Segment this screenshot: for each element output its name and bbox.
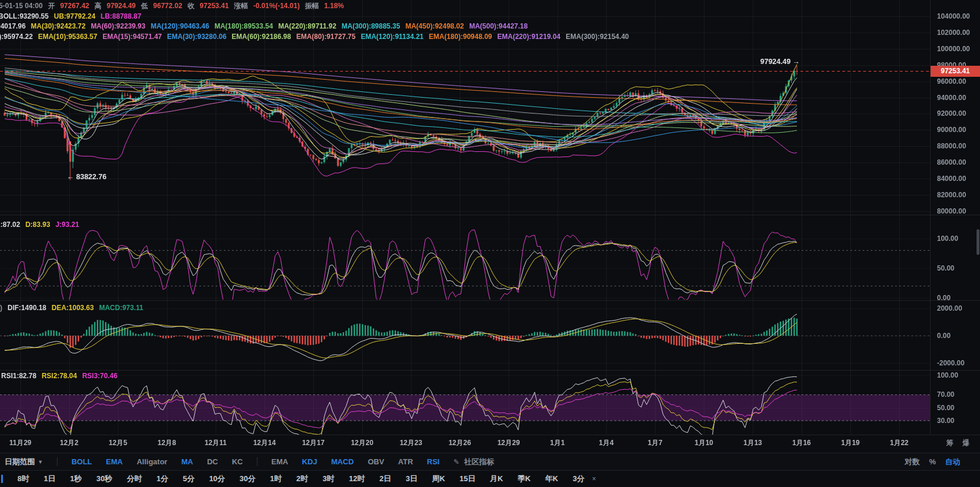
scale-对数[interactable]: 对数 — [904, 457, 920, 467]
macd-row-segment: MACD:973.11 — [99, 304, 143, 312]
timeframe-季K[interactable]: 季K — [517, 474, 530, 484]
ohlc-row-segment: 1.18% — [324, 2, 344, 10]
indicator-ema[interactable]: EMA — [271, 457, 288, 466]
timeframe-5分[interactable]: 5分 — [183, 474, 194, 484]
indicator-dc[interactable]: DC — [207, 457, 218, 466]
date-tick: 12月29 — [498, 438, 520, 448]
ma-row-segment: MA(300):89885.35 — [342, 22, 400, 31]
indicator-obv[interactable]: OBV — [368, 457, 384, 466]
timeframe-1分[interactable]: 1分 — [156, 474, 168, 484]
indicator-ma[interactable]: MA — [181, 457, 193, 466]
scrollbar-thumb[interactable] — [977, 229, 979, 255]
timeframe-3日[interactable]: 3日 — [406, 474, 417, 484]
ma-row-segment: MA(180):89533.54 — [214, 22, 273, 31]
timeframe-custom[interactable]: 3分 — [573, 474, 584, 484]
ema-row: EMA(5):95974.22EMA(10):95363.57EMA(15):9… — [3, 33, 629, 41]
scale-%[interactable]: % — [929, 457, 936, 466]
ohlc-row-segment: 2025-01-15 04:00 — [0, 2, 42, 10]
ohlc-row-segment: 收 — [188, 2, 195, 10]
ohlc-row-segment: 96772.02 — [153, 2, 183, 10]
scale-自动[interactable]: 自动 — [945, 457, 960, 467]
kdj-row-segment: J:93.21 — [55, 221, 79, 229]
timeframe-8时[interactable]: 8时 — [17, 474, 29, 484]
date-tick: 11月29 — [9, 438, 31, 448]
timeframe-分时[interactable]: 分时 — [127, 474, 142, 484]
timeframe-周K[interactable]: 周K — [432, 474, 445, 484]
indicator-boll[interactable]: BOLL — [71, 457, 92, 466]
macd-tick: 0.00 — [937, 332, 950, 340]
ohlc-row-segment: -0.01%(-14.01) — [253, 2, 300, 10]
community-indicators-button[interactable]: 社区指标 — [464, 457, 494, 467]
ohlc-row-segment: 97253.41 — [200, 2, 229, 10]
kdj-tick: 0.00 — [937, 294, 950, 302]
timeframe-30秒[interactable]: 30秒 — [96, 474, 112, 484]
date-tick: 12月2 — [60, 438, 78, 448]
timeframe-2时[interactable]: 2时 — [296, 474, 308, 484]
indicator-atr[interactable]: ATR — [398, 457, 413, 466]
ma-row-segment: MA(60):92239.93 — [91, 22, 145, 31]
timeframe-2日[interactable]: 2日 — [380, 474, 391, 484]
rsi-row-segment: RSI1:82.78 — [1, 372, 37, 381]
date-tick: 1月1 — [550, 438, 564, 448]
boll-row-segment: LB:88788.87 — [101, 12, 141, 21]
last-price-tag: 97253.41 — [931, 66, 980, 77]
date-tick: 12月26 — [449, 438, 471, 448]
kdj-row-segment: K:87.02 — [0, 221, 20, 229]
ma-row-segment: MA(450):92498.02 — [405, 22, 464, 31]
indicator-kc[interactable]: KC — [232, 457, 243, 466]
timeframe-12时[interactable]: 12时 — [349, 474, 364, 484]
ema-row-segment: EMA(60):92186.98 — [232, 33, 291, 41]
date-tick: 1月10 — [695, 438, 713, 448]
timeframe-1日[interactable]: 1日 — [44, 474, 55, 484]
timeframe-1秒[interactable]: 1秒 — [70, 474, 81, 484]
timeframe-年K[interactable]: 年K — [545, 474, 558, 484]
rsi-tick: 50.00 — [937, 404, 954, 412]
chart-type-icon[interactable] — [0, 475, 3, 483]
ma-row-segment: MA(120):90463.46 — [151, 22, 209, 31]
indicator-kdj[interactable]: KDJ — [302, 457, 317, 466]
timeframe-bar: 8时1日1秒30秒分时1分5分10分30分1时2时3时12时2日3日周K15日月… — [0, 471, 980, 487]
close-icon[interactable]: × — [592, 475, 596, 483]
date-tick: 1月19 — [841, 438, 860, 448]
price-tick: 102000.00 — [937, 29, 970, 37]
scale-controls: 对数%自动 — [904, 457, 980, 467]
ma-row-segment: MA(30):92423.72 — [31, 22, 85, 31]
edit-indicator-icon[interactable]: ✎ — [453, 458, 459, 466]
date-range-label: 日期范围 — [5, 457, 35, 467]
ohlc-row-segment: 97924.49 — [106, 2, 135, 10]
chips-button[interactable]: 筹 — [946, 438, 953, 448]
ma-row: MA(10):94017.96MA(30):92423.72MA(60):922… — [3, 22, 528, 31]
date-range-selector[interactable]: 日期范围 ▼ — [5, 457, 43, 467]
date-tick: 1月7 — [648, 438, 662, 448]
ema-row-segment: EMA(30):93280.06 — [167, 33, 227, 41]
date-tick: 12月5 — [109, 438, 127, 448]
price-tick: 80000.00 — [937, 207, 966, 215]
ohlc-row-segment: 低 — [141, 2, 148, 10]
timeframe-1时[interactable]: 1时 — [270, 474, 282, 484]
timeframe-30分[interactable]: 30分 — [239, 474, 255, 484]
date-tick: 12月20 — [351, 438, 374, 448]
macd-row-segment: MACD(12,26,9) — [0, 304, 2, 312]
macd-tick: -2000.00 — [937, 359, 964, 367]
timeframe-3时[interactable]: 3时 — [323, 474, 334, 484]
timeframe-月K[interactable]: 月K — [490, 474, 503, 484]
trading-chart-app: 2025-01-15 04:00开97267.42高97924.49低96772… — [0, 0, 980, 487]
chevron-down-icon: ▼ — [38, 459, 43, 465]
date-tick: 12月17 — [302, 438, 325, 448]
indicator-ema[interactable]: EMA — [106, 457, 123, 466]
liquidation-button[interactable]: 爆 — [963, 438, 970, 448]
ohlc-row: 2025-01-15 04:00开97267.42高97924.49低96772… — [3, 2, 344, 10]
ohlc-row-segment: 开 — [48, 2, 55, 10]
macd-row-segment: DIF:1490.18 — [8, 304, 47, 312]
date-tick: 12月23 — [400, 438, 423, 448]
timeframe-15日[interactable]: 15日 — [460, 474, 475, 484]
indicator-alligator[interactable]: Alligator — [137, 457, 167, 466]
ohlc-row-segment: 97267.42 — [60, 2, 89, 10]
indicator-rsi[interactable]: RSI — [427, 457, 440, 466]
candlestick-chart[interactable] — [0, 0, 980, 487]
sub-indicator-list: EMAKDJMACDOBVATRRSI — [271, 457, 440, 466]
ma-row-segment: MA(500):94427.18 — [469, 22, 528, 31]
timeframe-10分[interactable]: 10分 — [209, 474, 225, 484]
indicator-macd[interactable]: MACD — [331, 457, 354, 466]
ema-row-segment: EMA(120):91134.21 — [361, 33, 424, 41]
